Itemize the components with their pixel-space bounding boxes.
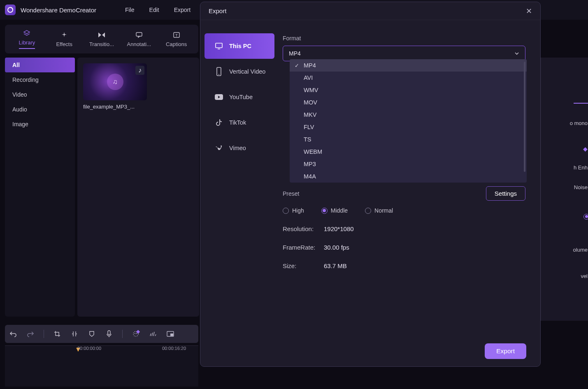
redo-icon[interactable]	[26, 330, 35, 338]
menu-edit[interactable]: Edit	[149, 7, 159, 13]
vimeo-icon	[214, 144, 223, 153]
properties-tab-indicator	[574, 102, 588, 104]
format-option-flv[interactable]: FLV	[290, 121, 527, 133]
tab-transitions[interactable]: Transitio...	[85, 31, 118, 47]
format-option-ts[interactable]: TS	[290, 133, 527, 146]
dest-label: Vimeo	[229, 145, 246, 151]
marker-icon[interactable]	[88, 330, 96, 338]
format-option-mp4[interactable]: MP4	[290, 59, 527, 72]
dest-vimeo[interactable]: Vimeo	[205, 135, 274, 161]
app-logo-icon	[5, 5, 16, 15]
preset-radio-group: High Middle Normal	[283, 207, 525, 214]
sidebar-item-video[interactable]: Video	[5, 87, 75, 102]
svg-point-6	[135, 333, 135, 334]
resolution-label: Resolution:	[283, 225, 324, 232]
tab-annotations-label: Annotati...	[127, 41, 151, 47]
tab-transitions-label: Transitio...	[89, 41, 114, 47]
library-sidebar: All Recording Video Audio Image	[5, 58, 75, 317]
format-dropdown: MP4 AVI WMV MOV MKV FLV TS WEBM MP3 M4A	[290, 59, 527, 183]
prop-level: vel	[581, 273, 588, 279]
phone-icon	[214, 67, 223, 76]
dropdown-scrollbar[interactable]	[524, 62, 525, 172]
format-label: Format	[283, 35, 525, 42]
radio-icon	[321, 208, 328, 214]
undo-icon[interactable]	[9, 330, 17, 338]
export-dialog-header: Export ✕	[200, 2, 540, 20]
dest-label: This PC	[229, 43, 251, 49]
sidebar-item-image[interactable]: Image	[5, 117, 75, 132]
music-note-icon: ♪	[135, 66, 144, 75]
export-destinations: This PC Vertical Video YouTube TikTok Vi…	[200, 20, 279, 335]
bowtie-icon	[98, 31, 105, 39]
media-thumbnail[interactable]: ♪ ♫	[83, 63, 147, 100]
time-tick: 00:00:16:20	[162, 346, 186, 351]
tab-captions[interactable]: T Captions	[160, 31, 193, 47]
dest-tiktok[interactable]: TikTok	[205, 110, 274, 135]
tab-effects[interactable]: Effects	[48, 31, 81, 47]
format-option-wmv[interactable]: WMV	[290, 84, 527, 96]
close-icon[interactable]: ✕	[526, 7, 532, 16]
tab-annotations[interactable]: Annotati...	[123, 31, 156, 47]
media-filename: file_example_MP3_...	[83, 104, 193, 110]
svg-rect-1	[136, 32, 142, 36]
dest-vertical-video[interactable]: Vertical Video	[205, 59, 274, 84]
sidebar-item-all[interactable]: All	[5, 58, 75, 72]
prop-volume: olume	[573, 247, 588, 253]
format-option-webm[interactable]: WEBM	[290, 146, 527, 158]
prop-noise: Noise	[574, 184, 588, 190]
toolbar-divider	[122, 330, 123, 338]
split-icon[interactable]	[70, 330, 79, 338]
time-ruler[interactable]: ▼ 00:00:00:00 00:00:16:20	[5, 345, 198, 358]
text-icon: T	[173, 31, 180, 39]
preset-normal[interactable]: Normal	[365, 207, 393, 214]
preset-high[interactable]: High	[283, 207, 304, 214]
dest-label: TikTok	[229, 119, 246, 126]
dest-youtube[interactable]: YouTube	[205, 84, 274, 110]
sparkle-icon	[60, 31, 68, 39]
menu-file[interactable]: File	[125, 7, 135, 13]
format-option-m4a[interactable]: M4A	[290, 170, 527, 183]
radio-icon	[365, 208, 371, 214]
prop-mono: o mono	[570, 120, 588, 126]
preset-label: Preset	[283, 190, 299, 197]
export-dialog-title: Export	[209, 7, 226, 14]
timeline-toolbar: ◆	[5, 325, 198, 343]
tab-library-label: Library	[19, 39, 35, 49]
format-option-avi[interactable]: AVI	[290, 72, 527, 84]
framerate-label: FrameRate:	[283, 244, 324, 251]
radio-icon	[583, 214, 588, 220]
tool-tabs: Library Effects Transitio... Annotati...…	[5, 25, 198, 53]
prop-radio[interactable]	[583, 213, 588, 220]
microphone-icon[interactable]	[105, 330, 113, 338]
tab-effects-label: Effects	[56, 41, 72, 47]
properties-panel: o mono ◆ h Enh Noise olume vel	[541, 58, 588, 321]
timeline[interactable]: ▼ 00:00:00:00 00:00:16:20	[5, 345, 198, 387]
monitor-icon	[214, 42, 223, 51]
toolbar-divider	[44, 330, 44, 338]
export-button[interactable]: Export	[485, 343, 526, 359]
speed-icon[interactable]	[149, 330, 157, 338]
format-selected-value: MP4	[289, 50, 301, 57]
settings-button[interactable]: Settings	[486, 186, 525, 201]
format-option-mkv[interactable]: MKV	[290, 109, 527, 121]
format-option-mp3[interactable]: MP3	[290, 158, 527, 170]
svg-text:T: T	[175, 33, 178, 37]
prop-enhance: h Enh	[574, 164, 588, 171]
app-title: Wondershare DemoCreator	[21, 7, 96, 14]
menu-export[interactable]: Export	[174, 7, 191, 13]
svg-rect-9	[170, 333, 173, 336]
tab-library[interactable]: Library	[10, 30, 43, 49]
radio-icon	[283, 208, 289, 214]
format-option-mov[interactable]: MOV	[290, 96, 527, 109]
framerate-value: 30.00 fps	[324, 244, 349, 251]
sidebar-item-audio[interactable]: Audio	[5, 102, 75, 117]
preset-middle[interactable]: Middle	[321, 207, 348, 214]
dest-this-pc[interactable]: This PC	[205, 33, 274, 59]
chevron-down-icon	[514, 52, 519, 55]
media-library: ♪ ♫ file_example_MP3_...	[77, 58, 199, 317]
youtube-icon	[214, 93, 223, 102]
crop-icon[interactable]	[53, 330, 61, 338]
ai-face-icon[interactable]: ◆	[132, 330, 140, 338]
sidebar-item-recording[interactable]: Recording	[5, 72, 75, 87]
pip-icon[interactable]	[166, 330, 174, 338]
